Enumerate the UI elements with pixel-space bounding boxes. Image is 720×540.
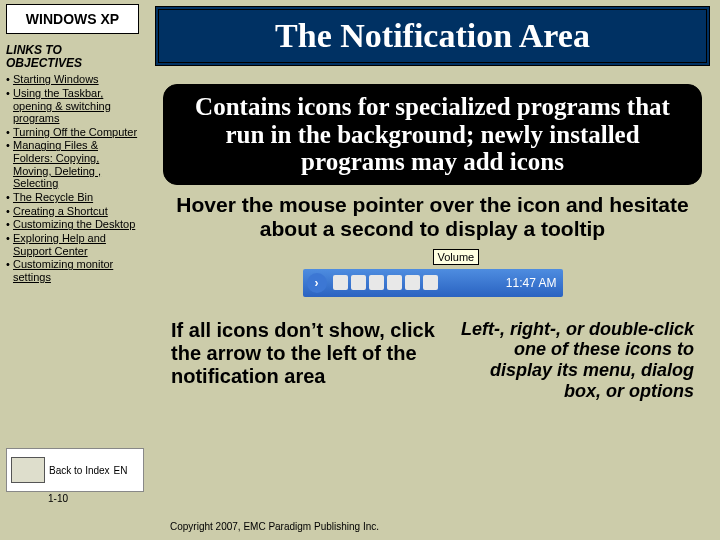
tray-icon[interactable] [369, 275, 384, 290]
back-to-index-link[interactable]: Back to Index [49, 465, 110, 476]
sidebar-link[interactable]: Managing Files & Folders: Copying, Movin… [13, 139, 101, 189]
taskbar-tray: › 11:47 AM [303, 269, 563, 297]
footer-nav: Back to Index EN [6, 448, 144, 492]
objectives-list: Starting Windows Using the Taskbar, open… [6, 73, 139, 283]
copyright: Copyright 2007, EMC Paradigm Publishing … [170, 521, 379, 532]
lead-callout: Contains icons for specialized programs … [163, 84, 702, 185]
lang-indicator: EN [114, 465, 128, 476]
tooltip-sample: Volume [433, 249, 480, 265]
page-title: The Notification Area [155, 6, 710, 66]
sidebar-link[interactable]: Using the Taskbar, opening & switching p… [13, 87, 111, 124]
sidebar-link[interactable]: Exploring Help and Support Center [13, 232, 106, 257]
links-heading: LINKS TO OBJECTIVES [6, 44, 139, 69]
click-instruction: Left-, right-, or double-click one of th… [454, 319, 694, 402]
tray-icon[interactable] [351, 275, 366, 290]
sidebar-link[interactable]: Customizing the Desktop [13, 218, 135, 230]
slide-thumb[interactable] [11, 457, 45, 483]
arrow-instruction: If all icons don’t show, click the arrow… [171, 319, 436, 402]
hover-instruction: Hover the mouse pointer over the icon an… [173, 193, 692, 241]
os-label: WINDOWS XP [6, 4, 139, 34]
sidebar-link[interactable]: Creating a Shortcut [13, 205, 108, 217]
sidebar-link[interactable]: Turning Off the Computer [13, 126, 137, 138]
sidebar-link[interactable]: The Recycle Bin [13, 191, 93, 203]
tray-icon[interactable] [387, 275, 402, 290]
tray-icon[interactable] [333, 275, 348, 290]
tray-icons-group [333, 275, 438, 290]
tray-expand-arrow-icon[interactable]: › [307, 273, 327, 293]
slide-number: 1-10 [48, 493, 68, 504]
tray-icon[interactable] [423, 275, 438, 290]
tray-icon[interactable] [405, 275, 420, 290]
tray-clock[interactable]: 11:47 AM [506, 276, 557, 290]
sidebar-link[interactable]: Starting Windows [13, 73, 99, 85]
sidebar-link[interactable]: Customizing monitor settings [13, 258, 113, 283]
notification-area-sample: Volume › 11:47 AM [303, 251, 563, 307]
